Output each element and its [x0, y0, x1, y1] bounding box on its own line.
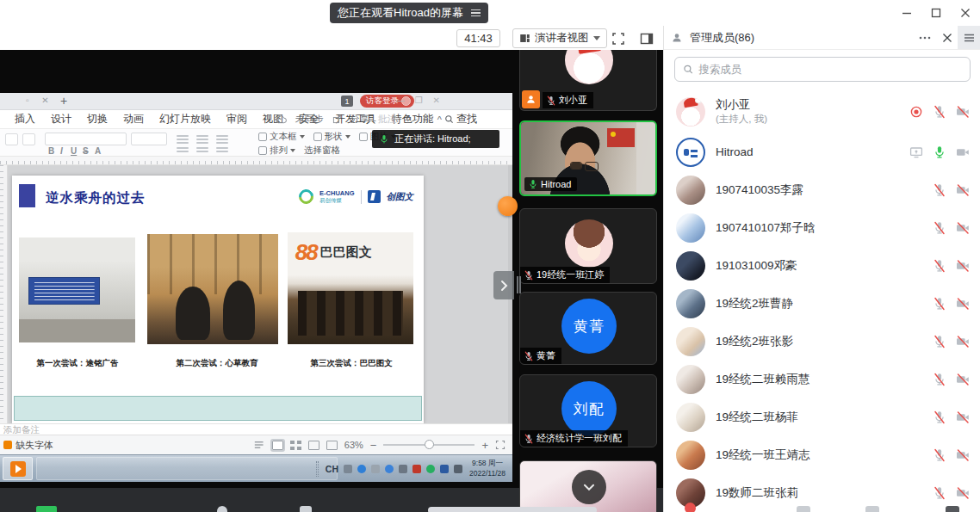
slide-sorter-icon[interactable]: [290, 441, 301, 450]
share-label[interactable]: 分享: [350, 113, 369, 126]
align-center-icon[interactable]: [177, 147, 189, 149]
mic-icon[interactable]: [933, 259, 946, 273]
line-spacing-icon[interactable]: [196, 147, 208, 149]
mic-icon[interactable]: [933, 373, 946, 386]
annotate-label[interactable]: 批注: [378, 113, 397, 126]
mic-icon[interactable]: [933, 297, 946, 311]
notes-toggle-icon[interactable]: [254, 441, 265, 449]
mic-icon[interactable]: [528, 179, 538, 189]
antivirus-icon[interactable]: [426, 465, 435, 473]
camera-icon[interactable]: [956, 221, 970, 235]
mic-icon[interactable]: [933, 335, 946, 349]
floating-assistant-icon[interactable]: [498, 196, 518, 216]
tab-controls-icon[interactable]: ▫ ✕: [26, 96, 54, 105]
mic-icon[interactable]: [546, 96, 556, 106]
tray-expand-icon[interactable]: [454, 465, 462, 473]
sync-status[interactable]: 未同步: [295, 113, 324, 126]
wps-menu-item[interactable]: 插入: [7, 112, 43, 126]
strikethrough-icon[interactable]: S: [83, 146, 89, 156]
mic-icon[interactable]: [933, 183, 946, 197]
taskbar-clock[interactable]: 9:58 周一 2022/11/28: [464, 458, 511, 479]
screen-share-icon[interactable]: [909, 145, 923, 159]
video-tile[interactable]: 刘小亚: [519, 50, 657, 111]
wps-menu-item[interactable]: 设计: [43, 112, 79, 126]
font-name-select[interactable]: [45, 133, 127, 145]
ribbon-button[interactable]: 排列: [258, 145, 295, 157]
mic-icon[interactable]: [524, 351, 534, 361]
align-left-icon[interactable]: [177, 135, 189, 137]
find-button[interactable]: 查找: [444, 112, 477, 126]
camera-icon[interactable]: [956, 105, 970, 119]
cloud-sync-icon[interactable]: [276, 115, 287, 124]
camera-icon[interactable]: [956, 335, 970, 349]
notes-area[interactable]: 添加备注: [0, 423, 512, 435]
member-row[interactable]: 19经统一班王靖志: [664, 436, 980, 474]
member-row[interactable]: 1907410107郑子晗: [664, 209, 980, 247]
camera-icon[interactable]: [956, 448, 970, 462]
network-icon[interactable]: [385, 465, 394, 473]
zoom-slider[interactable]: [383, 444, 474, 446]
wps-window-controls[interactable]: —❐✕: [396, 96, 440, 105]
collapse-panel-handle[interactable]: [493, 271, 514, 299]
camera-icon[interactable]: [956, 410, 970, 424]
video-tile[interactable]: 19经统一班江婷: [519, 208, 657, 284]
flag-icon[interactable]: [440, 465, 449, 473]
camera-icon[interactable]: [956, 486, 970, 500]
close-icon[interactable]: [959, 7, 971, 19]
close-panel-icon[interactable]: [942, 33, 952, 43]
zoom-slider-knob[interactable]: [425, 440, 434, 449]
font-color-icon[interactable]: A: [95, 146, 101, 156]
video-tile[interactable]: Hitroad: [519, 120, 657, 196]
wps-menu-item[interactable]: 动画: [115, 112, 152, 126]
volume-icon[interactable]: [399, 465, 407, 473]
underline-icon[interactable]: U: [71, 146, 77, 156]
mic-icon[interactable]: [933, 486, 946, 500]
member-row[interactable]: 刘小亚(主持人, 我): [664, 90, 980, 133]
more-menu-icon[interactable]: ⋮: [419, 114, 429, 125]
member-search-box[interactable]: [674, 57, 971, 82]
banner-menu-icon[interactable]: [471, 9, 481, 17]
help-button[interactable]: ?: [406, 114, 411, 125]
mic-icon[interactable]: [933, 221, 946, 235]
camera-icon[interactable]: [956, 297, 970, 311]
member-row[interactable]: 19经统2班张影: [664, 323, 980, 361]
mic-icon[interactable]: [933, 410, 946, 424]
ribbon-button[interactable]: 文本框: [258, 131, 305, 143]
numbered-list-icon[interactable]: [216, 135, 228, 137]
zoom-out-icon[interactable]: −: [370, 439, 377, 452]
member-row[interactable]: 191031009邓豪: [664, 247, 980, 285]
collapse-ribbon-icon[interactable]: ^: [437, 114, 442, 125]
fit-slide-icon[interactable]: [495, 440, 506, 450]
minimize-icon[interactable]: [901, 7, 913, 19]
section-icon[interactable]: [22, 133, 35, 145]
camera-icon[interactable]: [956, 373, 970, 386]
updates-icon[interactable]: [371, 465, 380, 473]
member-row[interactable]: Hitroad: [664, 133, 980, 171]
normal-view-icon[interactable]: [272, 441, 283, 450]
share-window-icon[interactable]: [332, 114, 342, 124]
italic-icon[interactable]: I: [60, 146, 63, 156]
screen-viewing-banner[interactable]: 您正在观看Hitroad的屏幕: [330, 3, 488, 23]
new-tab-button[interactable]: +: [60, 94, 67, 108]
mic-icon[interactable]: [524, 270, 534, 281]
view-mode-button[interactable]: 演讲者视图: [512, 28, 607, 48]
missing-font-warning[interactable]: 缺失字体: [0, 439, 53, 452]
panel-layout-icon[interactable]: [958, 26, 980, 49]
video-tile[interactable]: 黄菁黄菁: [519, 292, 657, 365]
camera-icon[interactable]: [956, 259, 970, 273]
zoom-in-icon[interactable]: +: [481, 439, 488, 452]
slide-layout-icon[interactable]: [5, 133, 18, 145]
ribbon-button[interactable]: 形状: [313, 131, 350, 143]
maximize-icon[interactable]: [930, 7, 942, 19]
mic-icon[interactable]: [933, 105, 946, 119]
side-panel-icon[interactable]: [637, 29, 656, 48]
qq-icon[interactable]: [357, 465, 366, 473]
member-search-input[interactable]: [698, 64, 962, 76]
record-icon[interactable]: [909, 105, 923, 119]
wps-menu-item[interactable]: 审阅: [219, 112, 255, 126]
mic-icon[interactable]: [933, 448, 946, 462]
slide-canvas[interactable]: 逆水乘舟的过去 E-CHUANG 易创传媒 创图文: [12, 176, 424, 423]
video-tile[interactable]: 刘配经济统计学一班刘配: [519, 374, 657, 447]
member-row[interactable]: 1907410035李露: [664, 171, 980, 209]
mic-icon[interactable]: [524, 434, 534, 444]
